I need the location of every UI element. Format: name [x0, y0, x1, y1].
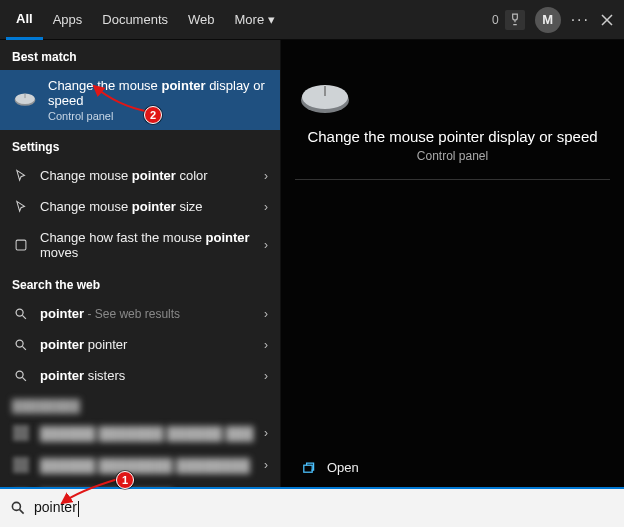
cursor-icon: [12, 169, 30, 183]
mouse-large-icon: [295, 78, 610, 118]
chevron-right-icon: ›: [264, 238, 268, 252]
chevron-down-icon: ▾: [268, 12, 275, 27]
chevron-right-icon: ›: [264, 169, 268, 183]
cursor-icon: [12, 200, 30, 214]
search-icon: [12, 307, 30, 321]
user-avatar[interactable]: M: [535, 7, 561, 33]
web-item-pointer[interactable]: pointer - See web results ›: [0, 298, 280, 329]
web-label: Search the web: [0, 268, 280, 298]
search-icon: [12, 369, 30, 383]
search-window: All Apps Documents Web More ▾ 0 M ··· Be…: [0, 0, 624, 527]
tab-web[interactable]: Web: [178, 0, 225, 40]
open-action[interactable]: Open: [281, 448, 624, 487]
search-input[interactable]: pointer: [34, 499, 79, 516]
tabs-bar: All Apps Documents Web More ▾ 0 M ···: [0, 0, 624, 40]
chevron-right-icon: ›: [264, 338, 268, 352]
result-label: Change mouse pointer size: [40, 199, 254, 214]
tab-more-label: More: [235, 12, 265, 27]
svg-point-4: [16, 340, 23, 347]
svg-rect-2: [16, 240, 26, 250]
settings-item-pointer-color[interactable]: Change mouse pointer color ›: [0, 160, 280, 191]
result-label: Change mouse pointer color: [40, 168, 254, 183]
redacted-rows: ██████ ███████ ██████ ███ › ██████ █████…: [0, 417, 280, 487]
svg-rect-8: [304, 465, 312, 472]
rewards-icon[interactable]: [505, 10, 525, 30]
annotation-badge-2: 2: [144, 106, 162, 124]
chevron-right-icon: ›: [264, 426, 268, 440]
annotation-badge-1: 1: [116, 471, 134, 489]
tab-documents[interactable]: Documents: [92, 0, 178, 40]
preview-title: Change the mouse pointer display or spee…: [295, 128, 610, 145]
box-icon: [12, 238, 30, 252]
result-label: pointer - See web results: [40, 306, 254, 321]
chevron-right-icon: ›: [264, 369, 268, 383]
best-match-label: Best match: [0, 40, 280, 70]
tab-apps[interactable]: Apps: [43, 0, 93, 40]
web-item-pointer-pointer[interactable]: pointer pointer ›: [0, 329, 280, 360]
open-icon: [301, 461, 317, 475]
preview-pane: Change the mouse pointer display or spee…: [280, 40, 624, 487]
chevron-right-icon: ›: [264, 200, 268, 214]
settings-item-pointer-speed[interactable]: Change how fast the mouse pointer moves …: [0, 222, 280, 268]
results-pane: Best match Change the mouse pointer disp…: [0, 40, 280, 487]
chevron-right-icon: ›: [264, 307, 268, 321]
rewards-score: 0: [492, 13, 499, 27]
search-bar[interactable]: pointer 1: [0, 487, 624, 527]
settings-label: Settings: [0, 130, 280, 160]
preview-subtitle: Control panel: [295, 149, 610, 163]
web-item-pointer-sisters[interactable]: pointer sisters ›: [0, 360, 280, 391]
settings-item-pointer-size[interactable]: Change mouse pointer size ›: [0, 191, 280, 222]
result-label: pointer sisters: [40, 368, 254, 383]
chevron-right-icon: ›: [264, 458, 268, 472]
tab-all[interactable]: All: [6, 0, 43, 40]
tab-more[interactable]: More ▾: [225, 0, 286, 40]
redacted-item[interactable]: ██████ ████████ ████████ ›: [0, 449, 280, 481]
best-match-title: Change the mouse pointer display or spee…: [48, 78, 268, 108]
redacted-item[interactable]: ██████ ███████ ██████ ███ ›: [0, 417, 280, 449]
more-options-button[interactable]: ···: [571, 11, 590, 29]
redacted-label: ████████: [0, 391, 280, 417]
mouse-icon: [12, 87, 38, 113]
open-label: Open: [327, 460, 359, 475]
best-match-result[interactable]: Change the mouse pointer display or spee…: [0, 70, 280, 130]
divider: [295, 179, 610, 180]
close-button[interactable]: [600, 13, 614, 27]
svg-point-5: [16, 371, 23, 378]
svg-point-9: [12, 502, 20, 510]
result-label: Change how fast the mouse pointer moves: [40, 230, 254, 260]
search-icon: [12, 338, 30, 352]
search-icon: [10, 500, 26, 516]
svg-point-3: [16, 309, 23, 316]
result-label: pointer pointer: [40, 337, 254, 352]
